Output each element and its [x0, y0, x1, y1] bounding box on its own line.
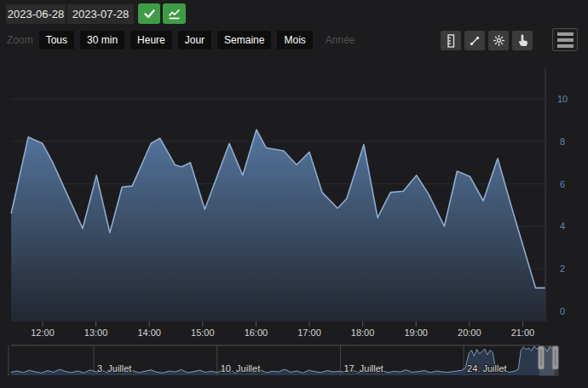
navigator-date-label: 24. Juillet	[467, 363, 506, 374]
trend-icon	[469, 35, 481, 47]
show-graph-button[interactable]	[163, 3, 186, 24]
x-axis-label: 14:00	[137, 327, 161, 338]
zoom-label: Zoom	[7, 34, 33, 46]
navigator-date-label: 17. Juillet	[343, 363, 383, 374]
x-axis-label: 13:00	[84, 327, 108, 338]
brightness-button[interactable]	[488, 31, 509, 50]
zoom-button-jour[interactable]: Jour	[178, 31, 211, 49]
sun-icon	[493, 34, 505, 47]
x-axis-label: 17:00	[297, 327, 321, 338]
export-menu-button[interactable]	[552, 28, 578, 51]
ruler-icon	[445, 34, 457, 48]
x-axis-label: 18:00	[351, 327, 375, 338]
hamburger-menu-icon	[557, 31, 574, 49]
y-axis-label: 4	[560, 221, 565, 231]
end-date-input[interactable]	[67, 4, 134, 24]
apply-dates-button[interactable]	[138, 3, 160, 24]
x-axis-label: 15:00	[191, 327, 215, 338]
main-series-area	[11, 130, 545, 321]
zoom-controls: Zoom Tous 30 min Heure Jour Semaine Mois…	[7, 31, 368, 49]
history-chart[interactable]: 024681012:0013:0014:0015:0016:0017:0018:…	[0, 0, 588, 388]
pointer-mode-button[interactable]	[512, 31, 533, 50]
y-axis-label: 2	[560, 263, 565, 274]
y-axis-label: 0	[560, 306, 565, 316]
x-axis-label: 12:00	[31, 327, 55, 338]
check-icon	[143, 9, 156, 20]
y-axis-label: 6	[560, 179, 565, 189]
zoom-button-tous[interactable]: Tous	[39, 31, 74, 49]
chart-line-icon	[168, 9, 181, 20]
chart-tools	[441, 31, 536, 50]
zoom-button-heure[interactable]: Heure	[130, 31, 172, 49]
zoom-button-mois[interactable]: Mois	[277, 31, 312, 49]
handle-groove	[541, 350, 542, 366]
scale-toggle-button[interactable]	[441, 31, 461, 50]
zoom-button-semaine[interactable]: Semaine	[217, 31, 271, 49]
y-axis-label: 10	[557, 94, 568, 104]
start-date-input[interactable]	[6, 4, 66, 24]
handle-groove	[555, 350, 556, 366]
navigator-date-label: 3. Juillet	[97, 363, 131, 374]
y-axis-label: 8	[560, 136, 565, 147]
zoom-button-annee: Année	[319, 31, 362, 49]
x-axis-label: 20:00	[458, 327, 481, 338]
zoom-button-30min[interactable]: 30 min	[80, 31, 124, 49]
line-style-button[interactable]	[464, 31, 485, 50]
navigator-date-label: 10. Juillet	[221, 363, 260, 374]
x-axis-label: 16:00	[245, 327, 268, 338]
x-axis-label: 19:00	[404, 327, 428, 338]
toolbar	[0, 0, 588, 27]
x-axis-label: 21:00	[511, 327, 535, 338]
hand-pointer-icon	[516, 34, 528, 47]
